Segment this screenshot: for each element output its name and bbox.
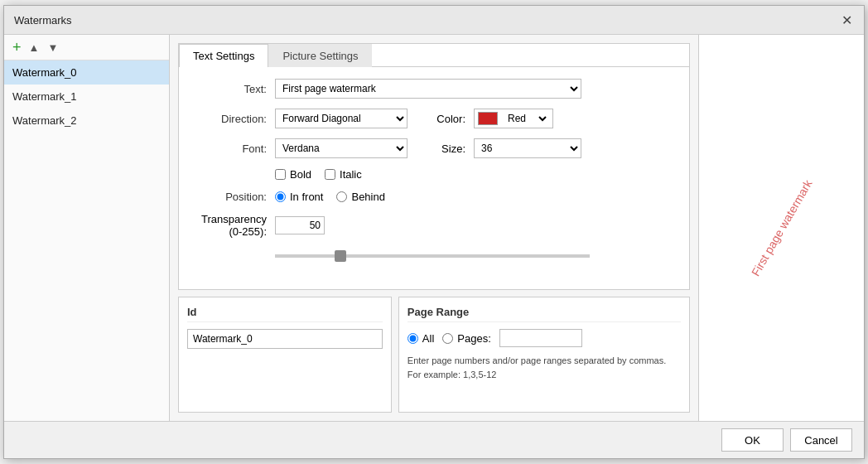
id-input[interactable] [187, 329, 383, 349]
watermark-list: Watermark_0 Watermark_1 Watermark_2 [4, 60, 169, 421]
transparency-row: Transparency (0-255): [192, 213, 676, 238]
title-bar: Watermarks ✕ [4, 6, 864, 35]
page-range-options: All Pages: [407, 329, 681, 347]
position-row: Position: In front Behind [192, 191, 676, 203]
tab-bar: Text Settings Picture Settings [179, 44, 689, 67]
tab-picture-settings[interactable]: Picture Settings [268, 44, 372, 67]
add-watermark-button[interactable]: + [11, 40, 23, 55]
font-label: Font: [192, 143, 267, 155]
page-range-title: Page Range [407, 306, 681, 322]
bottom-panels: Id Page Range All Pages: [178, 297, 690, 413]
dialog-title: Watermarks [14, 14, 72, 27]
transparency-slider[interactable] [275, 254, 590, 258]
color-swatch [478, 112, 498, 125]
dialog-footer: OK Cancel [4, 421, 864, 458]
position-label: Position: [192, 191, 267, 203]
page-range-hint: Enter page numbers and/or page ranges se… [407, 354, 681, 381]
text-label: Text: [192, 83, 267, 95]
dialog-body: + ▲ ▼ Watermark_0 Watermark_1 Watermark_… [4, 35, 864, 421]
position-radio-group: In front Behind [275, 191, 385, 203]
italic-checkbox[interactable] [325, 169, 335, 180]
id-panel-title: Id [187, 306, 383, 322]
behind-radio[interactable] [336, 191, 347, 202]
in-front-label: In front [290, 191, 323, 203]
all-label: All [422, 332, 434, 345]
slider-row [275, 248, 676, 260]
transparency-label: Transparency (0-255): [192, 213, 267, 238]
pages-radio[interactable] [442, 333, 453, 344]
italic-checkbox-label[interactable]: Italic [325, 168, 362, 181]
bold-italic-row: Bold Italic [275, 168, 676, 181]
size-select[interactable]: 24 30 36 48 60 72 [474, 138, 581, 158]
text-select[interactable]: First page watermark [275, 79, 581, 99]
pages-label: Pages: [457, 332, 490, 345]
pages-radio-label[interactable]: Pages: [442, 332, 490, 345]
color-select-wrapper[interactable]: Red Blue Green Black [474, 109, 553, 128]
all-radio[interactable] [407, 333, 418, 344]
cancel-button[interactable]: Cancel [790, 428, 852, 452]
in-front-radio[interactable] [275, 191, 286, 202]
page-range-panel: Page Range All Pages: Enter page numbers… [398, 297, 690, 413]
id-panel: Id [178, 297, 392, 413]
color-label: Color: [416, 113, 465, 125]
watermark-preview-text: First page watermark [749, 177, 815, 278]
bold-checkbox-label[interactable]: Bold [275, 168, 311, 181]
watermarks-dialog: Watermarks ✕ + ▲ ▼ Watermark_0 Watermark… [3, 5, 865, 459]
direction-color-row: Direction: Forward Diagonal Backward Dia… [192, 109, 676, 128]
sidebar: + ▲ ▼ Watermark_0 Watermark_1 Watermark_… [4, 35, 170, 421]
behind-label: Behind [351, 191, 384, 203]
watermark-item-0[interactable]: Watermark_0 [4, 60, 169, 85]
watermark-item-2[interactable]: Watermark_2 [4, 109, 169, 133]
pages-input[interactable] [499, 329, 582, 347]
font-size-row: Font: Verdana Arial Times New Roman Cour… [192, 138, 676, 158]
text-row: Text: First page watermark [192, 79, 676, 99]
bold-checkbox[interactable] [275, 169, 286, 180]
text-settings-content: Text: First page watermark Direction: Fo… [179, 67, 689, 289]
move-up-button[interactable]: ▲ [27, 41, 42, 54]
color-select[interactable]: Red Blue Green Black [504, 112, 549, 125]
direction-select[interactable]: Forward Diagonal Backward Diagonal Horiz… [275, 109, 407, 128]
sidebar-toolbar: + ▲ ▼ [4, 35, 169, 60]
main-area: Text Settings Picture Settings Text: Fir… [170, 35, 698, 421]
settings-panel: Text Settings Picture Settings Text: Fir… [178, 43, 690, 290]
font-select[interactable]: Verdana Arial Times New Roman Courier Ne… [275, 138, 407, 158]
behind-radio-label[interactable]: Behind [336, 191, 384, 203]
ok-button[interactable]: OK [721, 428, 784, 452]
all-radio-label[interactable]: All [407, 332, 434, 345]
italic-label: Italic [340, 168, 362, 181]
size-label: Size: [416, 143, 465, 155]
preview-area: First page watermark [698, 35, 864, 421]
transparency-input[interactable] [275, 216, 325, 234]
in-front-radio-label[interactable]: In front [275, 191, 323, 203]
watermark-item-1[interactable]: Watermark_1 [4, 85, 169, 109]
move-down-button[interactable]: ▼ [45, 41, 60, 54]
close-button[interactable]: ✕ [839, 12, 854, 27]
tab-text-settings[interactable]: Text Settings [179, 44, 268, 67]
direction-label: Direction: [192, 113, 267, 125]
bold-label: Bold [290, 168, 311, 181]
